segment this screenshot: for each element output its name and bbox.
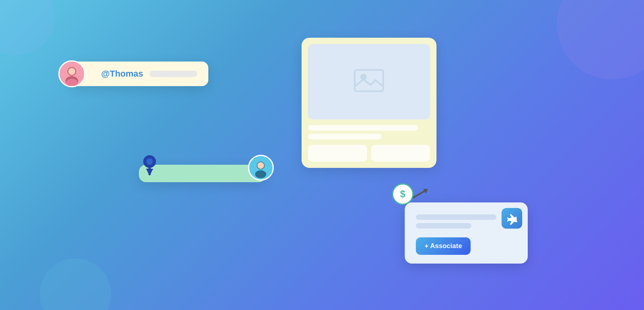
product-btn-1[interactable] xyxy=(308,145,367,162)
blob-bottom-left xyxy=(40,258,111,310)
associate-app-logo xyxy=(502,208,522,229)
product-line-2 xyxy=(308,134,381,139)
mention-card: @Thomas xyxy=(69,62,208,86)
thomas-avatar xyxy=(58,60,85,87)
svg-rect-13 xyxy=(355,70,383,91)
product-btn-2[interactable] xyxy=(371,145,430,162)
svg-point-3 xyxy=(68,68,75,75)
svg-point-6 xyxy=(146,158,153,165)
product-buttons xyxy=(308,145,430,162)
blob-top-right xyxy=(557,0,644,79)
associate-line-1 xyxy=(416,214,496,220)
svg-point-12 xyxy=(255,170,266,178)
dollar-icon: $ xyxy=(392,183,413,205)
note-card xyxy=(139,165,266,182)
product-card xyxy=(302,38,436,168)
blob-top-left xyxy=(0,0,56,56)
svg-point-11 xyxy=(258,162,264,169)
svg-marker-8 xyxy=(146,169,153,176)
mention-input-placeholder[interactable] xyxy=(150,71,197,77)
associate-card: + Associate xyxy=(405,202,528,264)
associate-button[interactable]: + Associate xyxy=(416,237,471,255)
product-image-placeholder xyxy=(308,44,430,119)
product-line-1 xyxy=(308,125,418,131)
pin-icon xyxy=(139,153,161,177)
associate-line-2 xyxy=(416,223,471,229)
mention-username: @Thomas xyxy=(101,69,143,79)
note-avatar xyxy=(248,155,274,181)
